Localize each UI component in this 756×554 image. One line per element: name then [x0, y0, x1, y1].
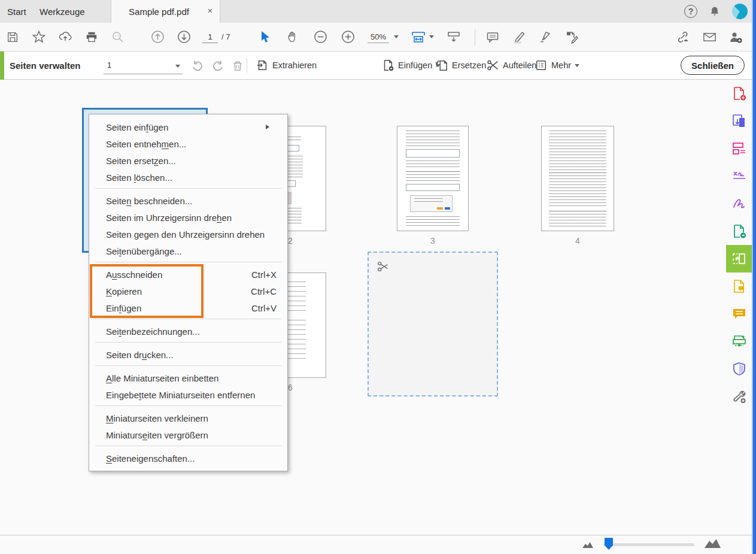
- page-thumbnail-3[interactable]: [397, 126, 469, 231]
- page-number-label: 3: [373, 236, 493, 246]
- page-number-label: 4: [517, 236, 638, 246]
- menu-item[interactable]: Seiten entnehmen...: [89, 135, 287, 152]
- delete-pages-icon[interactable]: [229, 57, 246, 74]
- organize-pages-icon[interactable]: [726, 245, 752, 273]
- page-count-label: / 7: [221, 32, 230, 41]
- request-signatures-icon[interactable]: [726, 162, 752, 190]
- insert-button[interactable]: Einfügen: [381, 52, 441, 79]
- zoom-level-select[interactable]: 50%: [368, 31, 389, 43]
- help-icon[interactable]: ?: [684, 5, 697, 18]
- share-upload-icon[interactable]: [57, 29, 73, 45]
- protect-icon[interactable]: [726, 355, 752, 383]
- combine-files-icon[interactable]: [726, 107, 752, 135]
- save-icon[interactable]: [5, 29, 20, 45]
- extract-button[interactable]: Extrahieren: [256, 52, 317, 79]
- search-icon[interactable]: [110, 29, 126, 45]
- zoom-caret-icon[interactable]: [394, 35, 399, 38]
- email-icon[interactable]: [702, 29, 717, 45]
- organize-accent-bar: [0, 52, 4, 80]
- menu-item[interactable]: KopierenCtrl+C: [89, 283, 287, 299]
- thumbnails-smaller-icon[interactable]: [582, 542, 593, 548]
- status-bar: [0, 535, 752, 554]
- menu-item[interactable]: Eingebettete Miniaturseiten entfernen: [89, 386, 287, 403]
- menu-item[interactable]: Miniaturseiten vergrößern: [89, 426, 287, 443]
- menu-separator: [95, 365, 281, 366]
- compress-pdf-icon[interactable]: [726, 273, 752, 300]
- more-button[interactable]: Mehr: [535, 52, 579, 79]
- hide-toolbar-icon[interactable]: [446, 29, 462, 45]
- star-icon[interactable]: [31, 29, 47, 45]
- fill-sign-pen-icon[interactable]: [538, 29, 553, 45]
- edit-pdf-icon[interactable]: [726, 135, 752, 162]
- print-icon[interactable]: [84, 29, 99, 45]
- create-pdf-icon[interactable]: [726, 80, 752, 107]
- toolbar-divider: [247, 58, 247, 73]
- rotate-right-icon[interactable]: [210, 57, 226, 74]
- previous-page-icon[interactable]: [150, 29, 165, 45]
- next-page-icon[interactable]: [176, 29, 192, 45]
- comment-icon[interactable]: [485, 29, 500, 45]
- select-tool-icon[interactable]: [257, 29, 273, 45]
- user-avatar[interactable]: [732, 4, 748, 19]
- menu-separator: [95, 188, 281, 189]
- organize-pages-toolbar: Seiten verwalten 1 Extrahieren Einfügen …: [0, 52, 756, 80]
- main-toolbar: 1 / 7 50%: [0, 23, 756, 52]
- tab-tools[interactable]: Werkzeuge: [40, 0, 85, 23]
- menu-item[interactable]: AusschneidenCtrl+X: [89, 266, 287, 283]
- menu-separator: [95, 446, 281, 446]
- edit-page-icon[interactable]: [564, 29, 579, 45]
- range-caret-icon[interactable]: [175, 65, 180, 68]
- acrobat-window: Start Werkzeuge Sample pdf.pdf × ?: [0, 0, 756, 554]
- comment-tool-icon[interactable]: [726, 300, 752, 328]
- export-pdf-icon[interactable]: [726, 217, 752, 245]
- menu-item[interactable]: Seitenübergänge...: [89, 243, 287, 259]
- thumbnails-larger-icon[interactable]: [705, 539, 721, 548]
- menu-item[interactable]: EinfügenCtrl+V: [89, 299, 287, 316]
- menu-shortcut: Ctrl+C: [251, 286, 277, 296]
- thumbnail-size-slider-handle[interactable]: [605, 538, 613, 550]
- tab-start[interactable]: Start: [7, 0, 26, 23]
- fill-and-sign-icon[interactable]: [726, 190, 752, 217]
- menu-item[interactable]: Seiten einfügen: [89, 119, 287, 135]
- tools-rail: [726, 80, 752, 535]
- page-thumbnail-4[interactable]: [541, 126, 614, 231]
- menu-separator: [95, 319, 281, 319]
- menu-item[interactable]: Miniaturseiten verkleinern: [89, 410, 287, 426]
- replace-button[interactable]: Ersetzen: [435, 52, 486, 79]
- more-tools-icon[interactable]: [726, 383, 752, 410]
- page-7-cut-selection[interactable]: [368, 252, 498, 396]
- menu-item[interactable]: Seiten beschneiden...: [89, 192, 287, 209]
- more-caret-icon[interactable]: [575, 64, 579, 67]
- menu-separator: [95, 342, 281, 343]
- split-button[interactable]: Aufteilen: [486, 52, 536, 79]
- thumbnail-size-slider[interactable]: [603, 543, 694, 546]
- close-tab-icon[interactable]: ×: [208, 6, 212, 16]
- zoom-out-icon[interactable]: [312, 29, 328, 45]
- highlighter-icon[interactable]: [511, 29, 527, 45]
- tab-document[interactable]: Sample pdf.pdf ×: [111, 0, 220, 23]
- hand-tool-icon[interactable]: [285, 29, 300, 45]
- zoom-in-icon[interactable]: [340, 29, 356, 45]
- send-for-signature-icon[interactable]: [728, 29, 743, 45]
- fit-caret-icon[interactable]: [429, 35, 434, 38]
- close-organize-button[interactable]: Schließen: [681, 56, 745, 75]
- menu-item[interactable]: Seitenbezeichnungen...: [89, 323, 287, 340]
- menu-item[interactable]: Seiten im Uhrzeigersinn drehen: [89, 209, 287, 226]
- page-range-input[interactable]: 1: [104, 56, 183, 74]
- rotate-left-icon[interactable]: [189, 57, 206, 74]
- menu-item[interactable]: Seiten drucken...: [89, 346, 287, 363]
- menu-item[interactable]: Seiten ersetzen...: [89, 152, 287, 169]
- context-menu: Seiten einfügenSeiten entnehmen...Seiten…: [89, 114, 288, 471]
- page-number-input[interactable]: 1: [202, 31, 218, 43]
- fit-width-icon[interactable]: [411, 29, 426, 45]
- menu-shortcut: Ctrl+V: [251, 303, 277, 313]
- share-link-icon[interactable]: [675, 29, 691, 45]
- scan-ocr-icon[interactable]: [726, 328, 752, 355]
- menu-item[interactable]: Alle Miniaturseiten einbetten: [89, 370, 287, 386]
- menu-item[interactable]: Seiten löschen...: [89, 169, 287, 186]
- notifications-bell-icon[interactable]: [708, 5, 721, 18]
- menu-shortcut: Ctrl+X: [251, 270, 277, 280]
- window-edge: [752, 0, 756, 554]
- menu-item[interactable]: Seiten gegen den Uhrzeigersinn drehen: [89, 226, 287, 243]
- menu-item[interactable]: Seiteneigenschaften...: [89, 450, 287, 467]
